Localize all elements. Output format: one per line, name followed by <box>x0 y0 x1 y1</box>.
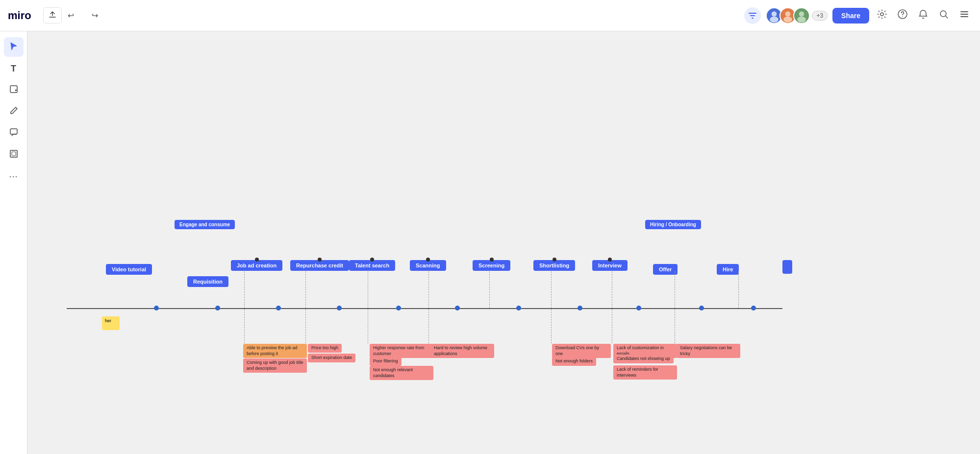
svg-point-1 <box>772 11 777 17</box>
dot-10 <box>751 306 756 311</box>
app-logo: miro <box>8 9 31 22</box>
pain-job-ad-2[interactable]: Coming up with good job title and descri… <box>243 358 307 373</box>
pain-talent-1[interactable]: Higher response rate from customer <box>370 344 433 358</box>
dot-6 <box>516 306 521 311</box>
step-extra[interactable] <box>782 260 792 274</box>
step-job-ad-creation[interactable]: Job ad creation <box>231 260 282 271</box>
svg-point-2 <box>770 16 779 22</box>
vline-repurchase-down <box>305 309 306 343</box>
frame-icon <box>9 149 18 161</box>
svg-rect-16 <box>10 129 17 134</box>
sticky-note-icon <box>9 85 18 96</box>
timeline-line <box>67 308 782 309</box>
svg-point-7 <box>799 11 804 17</box>
menu-button[interactable] <box>956 6 972 24</box>
step-offer[interactable]: Offer <box>653 264 678 275</box>
vline-shortlisting <box>551 271 552 308</box>
vline-interview <box>612 271 612 308</box>
dot-1 <box>215 306 220 311</box>
pain-interview-3[interactable]: Lack of reminders for interviews <box>613 365 677 380</box>
text-tool-button[interactable]: T <box>4 59 24 78</box>
step-interview[interactable]: Interview <box>592 260 628 271</box>
vline-talent-down <box>368 309 368 343</box>
comment-icon <box>9 128 18 139</box>
canvas-area[interactable]: Engage and consume Hiring / Onboarding R… <box>27 31 980 454</box>
pain-shortlist-2[interactable]: Not enough folders <box>552 357 596 366</box>
upload-button[interactable] <box>43 7 62 24</box>
undo-button[interactable]: ↩ <box>64 8 78 23</box>
vline-screening <box>489 271 490 308</box>
search-button[interactable] <box>936 6 952 24</box>
vline-offer <box>675 271 675 308</box>
dot-5 <box>455 306 460 311</box>
pain-repurchase-1[interactable]: Price too high <box>308 344 342 353</box>
step-screening[interactable]: Screening <box>473 260 510 271</box>
svg-rect-13 <box>960 14 968 15</box>
step-video-tutorial[interactable]: Video tutorial <box>106 264 152 275</box>
vline-hire <box>738 271 739 308</box>
extra-users-badge: +3 <box>812 11 828 21</box>
frame-tool-button[interactable] <box>4 145 24 165</box>
dot-7 <box>578 306 582 311</box>
step-requisition[interactable]: Requisition <box>187 276 228 287</box>
pain-scanning-1[interactable]: Hard to review high volume applications <box>430 344 494 358</box>
dot-4 <box>396 306 401 311</box>
notifications-icon <box>918 11 928 21</box>
comment-tool-button[interactable] <box>4 123 24 143</box>
step-talent-search[interactable]: Talent search <box>349 260 395 271</box>
settings-button[interactable] <box>874 6 890 24</box>
header: miro ↩ ↪ <box>0 0 980 31</box>
step-shortlisting[interactable]: Shortlisting <box>533 260 575 271</box>
filter-button[interactable] <box>744 7 761 24</box>
svg-rect-15 <box>10 86 17 93</box>
vline-shortlisting-down <box>551 309 552 343</box>
text-icon: T <box>11 64 16 74</box>
left-toolbar: T ··· <box>0 31 27 454</box>
help-icon <box>898 11 907 21</box>
yellow-sticky-note[interactable]: her <box>102 316 120 330</box>
section-label-engage: Engage and consume <box>175 220 235 229</box>
pen-tool-button[interactable] <box>4 102 24 121</box>
svg-rect-18 <box>12 152 16 156</box>
pain-offer-1[interactable]: Salary negotiations can be tricky <box>677 344 740 358</box>
dot-8 <box>636 306 641 311</box>
vline-scanning-down <box>428 309 429 343</box>
pain-job-ad-1[interactable]: Able to preview the job ad before postin… <box>243 344 307 358</box>
redo-button[interactable]: ↪ <box>88 8 102 23</box>
vline-repurchase <box>305 271 306 308</box>
pain-talent-3[interactable]: Not enough relevant candidates <box>370 366 433 380</box>
header-right: +3 Share <box>744 6 972 24</box>
sticky-note-button[interactable] <box>4 80 24 100</box>
step-repurchase-credit[interactable]: Repurchase credit <box>290 260 349 271</box>
svg-rect-12 <box>960 11 968 12</box>
select-tool-button[interactable] <box>4 37 24 57</box>
select-icon <box>9 42 18 53</box>
dot-2 <box>276 306 281 311</box>
search-icon <box>939 11 949 21</box>
vline-interview-down <box>612 309 612 343</box>
step-scanning[interactable]: Scanning <box>410 260 446 271</box>
pain-shortlist-1[interactable]: Download CVs one by one <box>552 344 611 358</box>
vline-scanning <box>428 271 429 308</box>
pain-talent-2[interactable]: Poor filtering <box>370 357 402 366</box>
share-button[interactable]: Share <box>832 8 869 24</box>
dot-0 <box>154 306 159 311</box>
svg-rect-17 <box>10 150 17 157</box>
vline-talent <box>368 271 368 308</box>
notifications-button[interactable] <box>915 6 931 24</box>
svg-point-8 <box>798 16 806 22</box>
redo-icon: ↪ <box>92 11 98 20</box>
step-hire[interactable]: Hire <box>717 264 739 275</box>
pain-repurchase-2[interactable]: Short expiration date <box>308 354 355 362</box>
help-button[interactable] <box>895 6 910 24</box>
more-tools-button[interactable]: ··· <box>4 167 24 186</box>
vline-job-ad <box>244 271 245 308</box>
undo-redo-group: ↩ ↪ <box>64 8 110 23</box>
svg-point-5 <box>784 16 793 22</box>
undo-icon: ↩ <box>68 11 74 20</box>
svg-point-11 <box>940 11 946 17</box>
pain-interview-2[interactable]: Candidates not showing up <box>613 355 674 363</box>
dot-3 <box>337 306 342 311</box>
vline-job-ad-down <box>244 309 245 343</box>
svg-rect-14 <box>960 16 968 17</box>
